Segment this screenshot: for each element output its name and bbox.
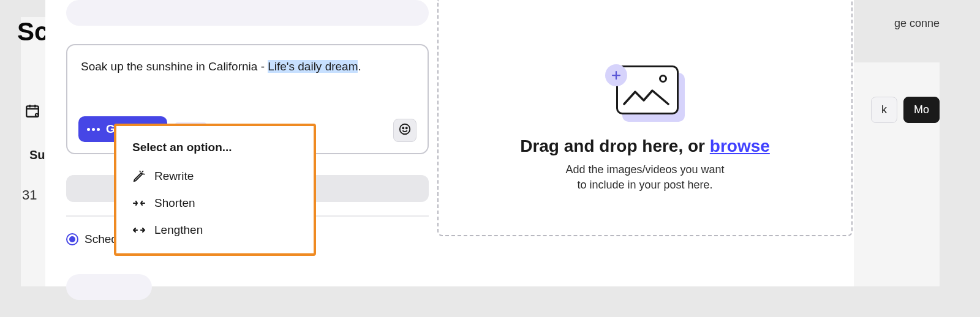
dropdown-item-shorten[interactable]: Shorten xyxy=(116,190,314,217)
ellipsis-icon xyxy=(87,128,100,131)
dropdown-item-rewrite[interactable]: Rewrite xyxy=(116,163,314,190)
caption-text-highlighted: Life's daily dream xyxy=(268,60,358,73)
caption-text-after: . xyxy=(358,60,361,73)
bg-right-buttons: k Mo xyxy=(871,97,940,123)
dropdown-item-label: Lengthen xyxy=(154,223,203,237)
svg-point-3 xyxy=(402,127,404,129)
calendar-date: 31 xyxy=(22,187,37,203)
bg-top-right-text: ge conne xyxy=(894,17,940,30)
browse-link[interactable]: browse xyxy=(710,136,770,155)
dropzone-title: Drag and drop here, or browse xyxy=(520,136,770,156)
calendar-icon xyxy=(24,103,40,121)
shorten-icon xyxy=(132,196,146,210)
rewrite-icon xyxy=(132,170,146,183)
emoji-button[interactable] xyxy=(393,119,417,142)
dropdown-title: Select an option... xyxy=(116,138,314,163)
generate-dropdown: Select an option... Rewrite Shorten xyxy=(114,124,316,256)
compose-modal: Soak up the sunshine in California - Lif… xyxy=(45,0,854,286)
svg-point-4 xyxy=(406,127,407,129)
dropdown-item-lengthen[interactable]: Lengthen xyxy=(116,217,314,244)
dropzone-title-prefix: Drag and drop here, or xyxy=(520,136,710,155)
bottom-pill[interactable] xyxy=(66,274,152,300)
lengthen-icon xyxy=(132,223,146,237)
plus-icon xyxy=(605,64,627,86)
calendar-weekday: Su xyxy=(29,148,45,162)
media-dropzone[interactable]: Drag and drop here, or browse Add the im… xyxy=(437,0,853,236)
radio-selected-icon xyxy=(66,233,78,245)
media-illustration xyxy=(605,64,685,125)
bg-right-panel xyxy=(842,62,940,286)
bg-btn-dark[interactable]: Mo xyxy=(903,97,940,123)
emoji-icon xyxy=(398,122,412,138)
caption-text-before: Soak up the sunshine in California - xyxy=(81,60,268,73)
bg-btn-light[interactable]: k xyxy=(871,97,897,123)
dropdown-item-label: Rewrite xyxy=(154,170,194,183)
caption-input[interactable]: Soak up the sunshine in California - Lif… xyxy=(81,59,414,75)
bg-heading: Sc xyxy=(17,17,48,47)
dropzone-subtitle: Add the images/videos you want to includ… xyxy=(565,162,724,193)
dropdown-item-label: Shorten xyxy=(154,196,195,210)
channel-pill[interactable] xyxy=(66,0,429,26)
svg-point-2 xyxy=(400,124,410,135)
